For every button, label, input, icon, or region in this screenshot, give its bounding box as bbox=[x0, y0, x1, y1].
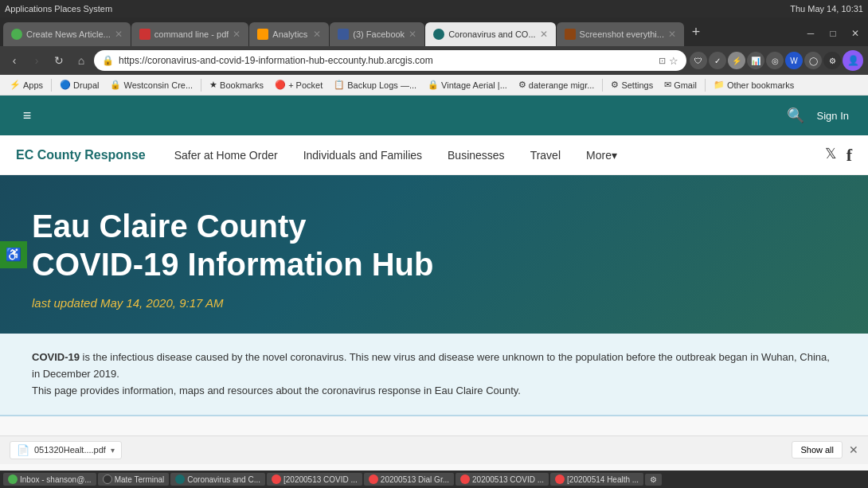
taskbar-item-settings[interactable]: ⚙ bbox=[645, 474, 662, 486]
bookmark-separator-4 bbox=[705, 79, 706, 92]
tab-5-active[interactable]: Coronavirus and CO... ✕ bbox=[425, 22, 555, 46]
download-close-button[interactable]: ✕ bbox=[849, 443, 858, 456]
minimize-button[interactable]: ─ bbox=[801, 24, 820, 43]
ext-4[interactable]: 📊 bbox=[747, 52, 764, 69]
ext-7[interactable]: ◯ bbox=[804, 52, 822, 69]
tab-1[interactable]: Create News Article... ✕ bbox=[3, 22, 131, 46]
bookmarks-bar: ⚡ Apps 🔵 Drupal 🔒 Westconsin Cre... ★ Bo… bbox=[0, 75, 868, 96]
taskbar-item-doc1[interactable]: [20200513 COVID ... bbox=[267, 473, 362, 486]
tab-4-close[interactable]: ✕ bbox=[409, 29, 416, 40]
bookmark-vintage[interactable]: 🔒 Vintage Aerial |... bbox=[424, 78, 510, 92]
taskbar-terminal-icon bbox=[103, 474, 112, 484]
ext-3[interactable]: ⚡ bbox=[728, 52, 745, 69]
menu-item-more[interactable]: More▾ bbox=[573, 135, 630, 175]
os-bar-right: Thu May 14, 10:31 bbox=[790, 4, 863, 14]
settings-gear-icon: ⚙ bbox=[611, 80, 619, 90]
bookmark-westconsin[interactable]: 🔒 Westconsin Cre... bbox=[107, 78, 196, 92]
hamburger-menu-button[interactable]: ≡ bbox=[13, 101, 41, 130]
bookmark-apps[interactable]: ⚡ Apps bbox=[6, 78, 46, 92]
profile-icon[interactable]: 👤 bbox=[843, 50, 863, 71]
reload-button[interactable]: ↻ bbox=[49, 51, 68, 70]
apps-bookmark-icon: ⚡ bbox=[10, 80, 21, 90]
taskbar-doc1-icon bbox=[272, 474, 281, 484]
info-paragraph-2: This page provides information, maps and… bbox=[32, 383, 836, 400]
browser-chrome: Create News Article... ✕ command line - … bbox=[0, 18, 868, 96]
download-chevron-icon[interactable]: ▾ bbox=[111, 446, 115, 455]
tab-3[interactable]: Analytics ✕ bbox=[249, 22, 329, 46]
download-file[interactable]: 📄 051320Healt....pdf ▾ bbox=[10, 441, 122, 459]
tab-3-title: Analytics bbox=[272, 29, 309, 39]
accessibility-button[interactable]: ♿ bbox=[0, 241, 27, 268]
url-input[interactable] bbox=[119, 55, 654, 66]
tab-2[interactable]: command line - pdf ✕ bbox=[131, 22, 249, 46]
signin-label: Sign In bbox=[817, 110, 849, 122]
bookmark-drupal[interactable]: 🔵 Drupal bbox=[57, 78, 102, 92]
close-window-button[interactable]: ✕ bbox=[846, 24, 865, 43]
ext-6[interactable]: W bbox=[785, 52, 803, 69]
daterange-icon: ⚙ bbox=[518, 80, 526, 90]
facebook-icon[interactable]: f bbox=[846, 145, 852, 166]
taskbar-item-doc3[interactable]: 20200513 COVID ... bbox=[456, 473, 549, 486]
back-button[interactable]: ‹ bbox=[5, 51, 24, 70]
taskbar-item-inbox[interactable]: Inbox - shanson@... bbox=[3, 473, 96, 486]
daterange-label: daterange migr... bbox=[529, 80, 595, 90]
address-bar[interactable]: 🔒 ⊡ ☆ bbox=[94, 50, 686, 71]
taskbar-corona-icon bbox=[175, 474, 185, 484]
maximize-button[interactable]: □ bbox=[823, 24, 843, 43]
tab-4[interactable]: (3) Facebook ✕ bbox=[330, 22, 424, 46]
tab-6-close[interactable]: ✕ bbox=[668, 29, 676, 40]
bookmark-pocket[interactable]: 🔴 + Pocket bbox=[272, 78, 326, 92]
site-brand[interactable]: EC County Response bbox=[16, 148, 146, 162]
menu-item-safer[interactable]: Safer at Home Order bbox=[162, 135, 291, 175]
tab-3-close[interactable]: ✕ bbox=[313, 29, 321, 40]
bookmark-daterange[interactable]: ⚙ daterange migr... bbox=[515, 78, 598, 92]
home-button[interactable]: ⌂ bbox=[72, 51, 91, 70]
taskbar-item-doc4[interactable]: [20200514 Health ... bbox=[550, 473, 643, 486]
apps-bookmark-label: Apps bbox=[23, 80, 43, 90]
bookmark-star-icon[interactable]: ☆ bbox=[669, 55, 678, 67]
tab-3-favicon bbox=[257, 29, 268, 40]
tab-5-close[interactable]: ✕ bbox=[540, 29, 548, 40]
menu-item-travel[interactable]: Travel bbox=[518, 135, 573, 175]
os-datetime: Thu May 14, 10:31 bbox=[790, 4, 863, 14]
taskbar-doc3-label: 20200513 COVID ... bbox=[472, 475, 544, 484]
westconsin-icon: 🔒 bbox=[110, 80, 121, 90]
ext-5[interactable]: ◎ bbox=[766, 52, 784, 69]
bookmark-other[interactable]: 📁 Other bookmarks bbox=[710, 78, 797, 92]
tab-4-favicon bbox=[338, 29, 349, 40]
vintage-label: Vintage Aerial |... bbox=[441, 80, 507, 90]
ext-2[interactable]: ✓ bbox=[709, 52, 726, 69]
ext-8[interactable]: ⚙ bbox=[823, 52, 841, 69]
taskbar-item-terminal[interactable]: Mate Terminal bbox=[98, 473, 170, 486]
pdf-icon: 📄 bbox=[17, 444, 29, 456]
address-bar-row: ‹ › ↻ ⌂ 🔒 ⊡ ☆ 🛡 ✓ ⚡ 📊 ◎ W ◯ ⚙ 👤 bbox=[0, 46, 868, 75]
taskbar-item-corona[interactable]: Coronavirus and C... bbox=[170, 473, 265, 486]
tab-6[interactable]: Screenshot everythi... ✕ bbox=[557, 22, 684, 46]
menu-item-businesses[interactable]: Businesses bbox=[435, 135, 518, 175]
os-applications[interactable]: Applications Places System bbox=[5, 4, 112, 14]
bookmark-settings[interactable]: ⚙ Settings bbox=[608, 78, 656, 92]
bookmark-backup-logs[interactable]: 📋 Backup Logs —... bbox=[330, 78, 420, 92]
new-tab-button[interactable]: + bbox=[685, 21, 707, 43]
signin-button[interactable]: Sign In bbox=[811, 103, 855, 128]
ext-1[interactable]: 🛡 bbox=[690, 52, 707, 69]
bookmark-gmail[interactable]: ✉ Gmail bbox=[661, 78, 700, 92]
taskbar-doc2-label: 20200513 Dial Gr... bbox=[381, 475, 449, 484]
show-all-button[interactable]: Show all bbox=[792, 441, 843, 459]
download-bar: 📄 051320Healt....pdf ▾ Show all ✕ bbox=[0, 435, 868, 464]
search-button[interactable]: 🔍 bbox=[780, 100, 811, 131]
tab-2-close[interactable]: ✕ bbox=[233, 29, 240, 40]
bookmark-bookmarks[interactable]: ★ Bookmarks bbox=[206, 78, 267, 92]
backup-icon: 📋 bbox=[334, 80, 345, 90]
lock-icon: 🔒 bbox=[102, 55, 114, 66]
backup-label: Backup Logs —... bbox=[347, 80, 416, 90]
forward-button[interactable]: › bbox=[27, 51, 46, 70]
menu-item-individuals[interactable]: Individuals and Families bbox=[291, 135, 435, 175]
info-paragraph-1: COVID-19 is the infectious disease cause… bbox=[32, 349, 836, 383]
twitter-icon[interactable]: 𝕏 bbox=[825, 145, 837, 166]
extension-icons: 🛡 ✓ ⚡ 📊 ◎ W ◯ ⚙ 👤 bbox=[690, 50, 863, 71]
tab-1-close[interactable]: ✕ bbox=[115, 29, 123, 40]
taskbar-item-doc2[interactable]: 20200513 Dial Gr... bbox=[364, 473, 454, 486]
bookmark-separator-2 bbox=[201, 79, 201, 92]
gmail-icon: ✉ bbox=[664, 80, 671, 90]
